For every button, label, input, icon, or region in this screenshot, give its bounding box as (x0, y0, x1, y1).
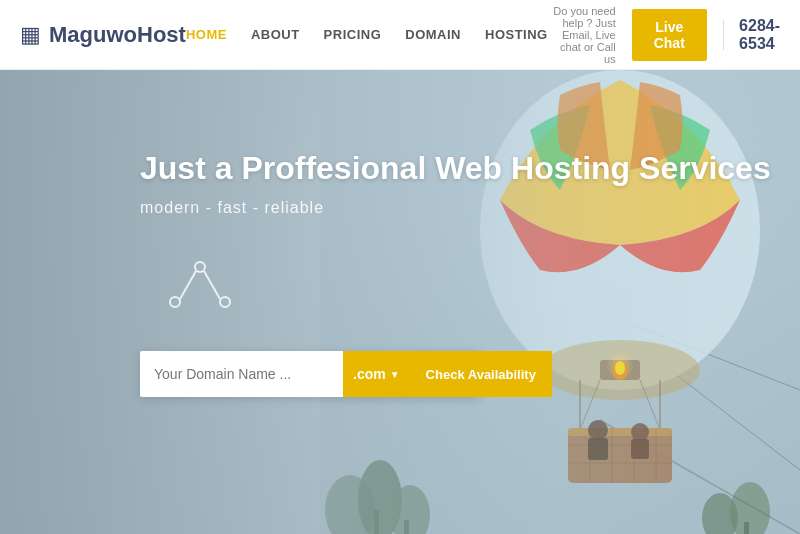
help-text: Do you need help ? Just Email, Live chat… (548, 5, 616, 65)
tld-selector[interactable]: .com ▼ (343, 351, 410, 397)
svg-point-36 (220, 297, 230, 307)
header: ▦ MaguwoHost HOME ABOUT PRICING DOMAIN H… (0, 0, 800, 70)
svg-line-38 (204, 271, 220, 299)
svg-point-35 (195, 262, 205, 272)
svg-line-37 (180, 271, 196, 299)
hero-section: Just a Proffesional Web Hosting Services… (0, 70, 800, 534)
main-nav: HOME ABOUT PRICING DOMAIN HOSTING (186, 27, 548, 42)
chevron-down-icon: ▼ (390, 369, 400, 380)
contact-info: Do you need help ? Just Email, Live chat… (548, 5, 616, 65)
check-availability-button[interactable]: Check Availability (410, 351, 552, 397)
domain-input[interactable] (140, 366, 343, 382)
hero-subtitle: modern - fast - reliable (140, 199, 800, 217)
live-chat-button[interactable]: Live Chat (632, 9, 707, 61)
nav-hosting[interactable]: HOSTING (485, 27, 548, 42)
tld-value: .com (353, 366, 386, 382)
nav-domain[interactable]: DOMAIN (405, 27, 461, 42)
nav-home[interactable]: HOME (186, 27, 227, 42)
logo-icon: ▦ (20, 22, 41, 48)
nav-about[interactable]: ABOUT (251, 27, 300, 42)
hero-title: Just a Proffesional Web Hosting Services (140, 150, 800, 187)
domain-search-box: .com ▼ Check Availability (140, 351, 480, 397)
network-icon (160, 247, 800, 321)
logo-text: MaguwoHost (49, 22, 186, 48)
phone-number: 6284-6534 (739, 17, 780, 53)
svg-point-34 (170, 297, 180, 307)
header-right: Do you need help ? Just Email, Live chat… (548, 5, 780, 65)
hero-content: Just a Proffesional Web Hosting Services… (0, 70, 800, 397)
logo: ▦ MaguwoHost (20, 22, 186, 48)
nav-pricing[interactable]: PRICING (324, 27, 382, 42)
